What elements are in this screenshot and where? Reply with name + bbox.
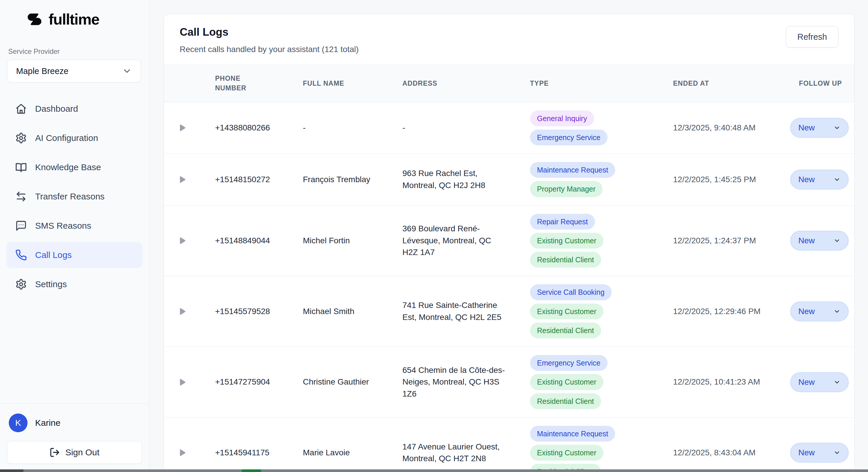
page-subtitle: Recent calls handled by your assistant (… bbox=[180, 45, 359, 54]
logout-icon bbox=[50, 447, 60, 458]
sidebar-item-label: Call Logs bbox=[35, 250, 72, 260]
card-header: Call Logs Recent calls handled by your a… bbox=[164, 14, 854, 65]
call-logs-card: Call Logs Recent calls handled by your a… bbox=[163, 14, 855, 472]
sidebar-item-knowledge-base[interactable]: Knowledge Base bbox=[6, 155, 143, 180]
type-badge: Emergency Service bbox=[530, 130, 608, 145]
type-badge: Residential Client bbox=[530, 323, 601, 338]
fulltime-logo-icon bbox=[25, 12, 44, 26]
type-badge: Emergency Service bbox=[530, 355, 608, 371]
ended-at-cell: 12/2/2025, 1:45:25 PM bbox=[667, 174, 790, 186]
sidebar-item-settings[interactable]: Settings bbox=[6, 271, 143, 297]
sidebar-item-transfer-reasons[interactable]: Transfer Reasons bbox=[6, 184, 143, 209]
sidebar-item-label: Dashboard bbox=[35, 104, 78, 114]
play-button[interactable] bbox=[178, 124, 187, 132]
chevron-down-icon bbox=[834, 379, 840, 386]
ended-at-cell: 12/3/2025, 9:40:48 AM bbox=[667, 122, 790, 134]
sidebar-item-label: AI Configuration bbox=[35, 133, 98, 143]
column-header-type: TYPE bbox=[525, 79, 667, 88]
bottom-cutoff-strip bbox=[0, 469, 868, 472]
type-cell: Maintenance RequestExisting CustomerResi… bbox=[525, 426, 667, 472]
play-icon bbox=[178, 236, 187, 245]
play-icon bbox=[178, 448, 187, 457]
type-badge: Maintenance Request bbox=[530, 162, 615, 178]
page-title: Call Logs bbox=[180, 26, 359, 38]
address-cell: 369 Boulevard René-Lévesque, Montreal, Q… bbox=[402, 223, 525, 259]
sign-out-button[interactable]: Sign Out bbox=[7, 441, 142, 464]
full-name-cell: Michael Smith bbox=[303, 306, 402, 317]
user-block: K Karine Sign Out bbox=[0, 403, 149, 472]
follow-up-cell: New bbox=[790, 443, 854, 463]
gear-icon bbox=[15, 132, 27, 144]
table-row: +15148849044 Michel Fortin 369 Boulevard… bbox=[164, 206, 854, 276]
type-badge: Existing Customer bbox=[530, 233, 603, 248]
chevron-down-icon bbox=[834, 124, 840, 131]
settings-icon bbox=[15, 278, 27, 290]
follow-up-select[interactable]: New bbox=[790, 170, 849, 190]
bottom-strip-segment bbox=[0, 469, 23, 472]
follow-up-value: New bbox=[798, 377, 815, 387]
ended-at-cell: 12/2/2025, 10:41:23 AM bbox=[667, 376, 790, 388]
book-icon bbox=[15, 161, 27, 173]
column-header-phone-number: PHONE NUMBER bbox=[215, 74, 259, 93]
follow-up-select[interactable]: New bbox=[790, 443, 849, 463]
table-body: +14388080266 - - General InquiryEmergenc… bbox=[164, 102, 854, 472]
follow-up-select[interactable]: New bbox=[790, 118, 849, 138]
follow-up-cell: New bbox=[790, 372, 854, 392]
play-button[interactable] bbox=[178, 236, 187, 245]
refresh-button[interactable]: Refresh bbox=[786, 26, 838, 48]
type-badge: Residential Client bbox=[530, 252, 601, 268]
follow-up-select[interactable]: New bbox=[790, 231, 849, 250]
full-name-cell: François Tremblay bbox=[303, 174, 402, 186]
phone-number-cell: +15148150272 bbox=[215, 174, 303, 186]
user-row: K Karine bbox=[7, 411, 142, 441]
address-cell: 147 Avenue Laurier Ouest, Montreal, QC H… bbox=[402, 441, 525, 465]
type-cell: General InquiryEmergency Service bbox=[525, 110, 667, 146]
main-content: Call Logs Recent calls handled by your a… bbox=[149, 0, 868, 472]
play-icon bbox=[178, 307, 187, 316]
ended-at-cell: 12/2/2025, 12:29:46 PM bbox=[667, 306, 790, 317]
sidebar-item-call-logs[interactable]: Call Logs bbox=[6, 242, 143, 268]
avatar: K bbox=[9, 413, 28, 432]
service-provider-select[interactable]: Maple Breeze bbox=[7, 60, 141, 82]
brand-name: fulltime bbox=[49, 10, 99, 28]
expand-cell bbox=[164, 175, 215, 184]
full-name-cell: Michel Fortin bbox=[303, 235, 402, 247]
follow-up-select[interactable]: New bbox=[790, 302, 849, 322]
sidebar-item-dashboard[interactable]: Dashboard bbox=[6, 96, 143, 122]
type-cell: Repair RequestExisting CustomerResidenti… bbox=[525, 214, 667, 268]
sidebar-nav: DashboardAI ConfigurationKnowledge BaseT… bbox=[0, 96, 149, 297]
play-button[interactable] bbox=[178, 175, 187, 184]
type-badge: Existing Customer bbox=[530, 374, 603, 390]
sidebar-item-label: SMS Reasons bbox=[35, 221, 91, 231]
type-badge: General Inquiry bbox=[530, 110, 594, 126]
follow-up-value: New bbox=[798, 123, 815, 132]
chevron-down-icon bbox=[834, 308, 840, 315]
play-button[interactable] bbox=[178, 378, 187, 386]
phone-number-cell: +15147275904 bbox=[215, 376, 303, 388]
play-button[interactable] bbox=[178, 448, 187, 457]
chevron-down-icon bbox=[834, 176, 840, 183]
full-name-cell: Christine Gauthier bbox=[303, 376, 402, 388]
type-badge: Existing Customer bbox=[530, 445, 603, 461]
table-row: +15148150272 François Tremblay 963 Rue R… bbox=[164, 154, 854, 206]
sidebar-item-sms-reasons[interactable]: SMS Reasons bbox=[6, 213, 143, 239]
type-cell: Emergency ServiceExisting CustomerReside… bbox=[525, 355, 667, 409]
phone-number-cell: +15148849044 bbox=[215, 235, 303, 247]
type-badge: Property Manager bbox=[530, 181, 602, 197]
table-header: PHONE NUMBERFULL NAMEADDRESSTYPEENDED AT… bbox=[164, 65, 854, 102]
follow-up-cell: New bbox=[790, 118, 854, 138]
expand-cell bbox=[164, 378, 215, 386]
column-header-address: ADDRESS bbox=[402, 79, 525, 88]
ended-at-cell: 12/2/2025, 8:43:04 AM bbox=[667, 447, 790, 459]
follow-up-select[interactable]: New bbox=[790, 372, 849, 392]
sidebar-item-label: Knowledge Base bbox=[35, 162, 101, 172]
play-button[interactable] bbox=[178, 307, 187, 316]
follow-up-value: New bbox=[798, 307, 815, 316]
sidebar: fulltime Service Provider Maple Breeze D… bbox=[0, 0, 149, 472]
table-row: +14388080266 - - General InquiryEmergenc… bbox=[164, 102, 854, 154]
sign-out-label: Sign Out bbox=[65, 447, 99, 458]
sidebar-item-ai-configuration[interactable]: AI Configuration bbox=[6, 125, 143, 151]
expand-cell bbox=[164, 236, 215, 245]
play-icon bbox=[178, 378, 187, 386]
type-cell: Service Call BookingExisting CustomerRes… bbox=[525, 284, 667, 338]
